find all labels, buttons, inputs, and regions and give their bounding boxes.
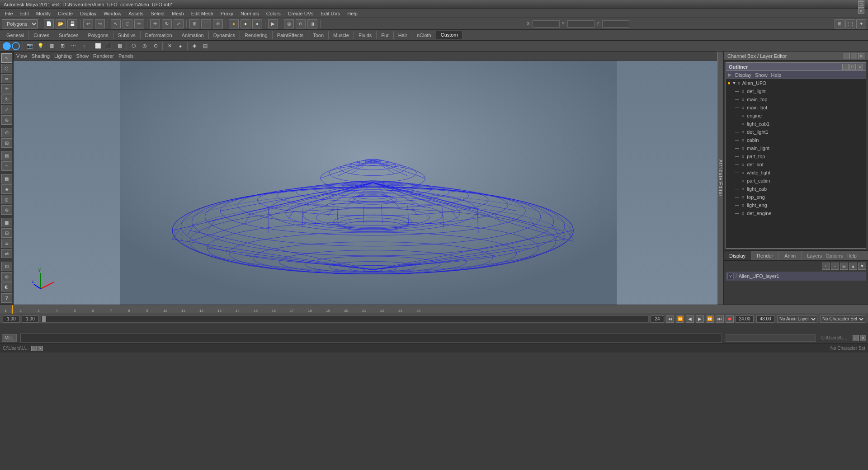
icon-shadows[interactable]: ⊙ xyxy=(151,42,160,51)
outliner-maximize[interactable]: □ xyxy=(849,64,856,70)
tab-surfaces[interactable]: Surfaces xyxy=(54,31,83,39)
icon-lights[interactable]: 💡 xyxy=(36,42,46,51)
menu-proxy[interactable]: Proxy xyxy=(217,10,236,17)
tab-fluids[interactable]: Fluids xyxy=(354,31,377,39)
anim-layer-dropdown[interactable]: No Anim Layer xyxy=(777,315,817,323)
step-forward-button[interactable]: ⏩ xyxy=(706,315,714,323)
channel-control-btn[interactable]: ≣ xyxy=(1,239,12,248)
tab-rendering[interactable]: Rendering xyxy=(240,31,273,39)
attribute-editor-tab[interactable]: Attribute Editor xyxy=(717,52,723,305)
tb-scale[interactable]: ⤢ xyxy=(174,19,184,28)
tb-undo[interactable]: ↩ xyxy=(83,19,93,28)
outliner-show-menu[interactable]: Show xyxy=(755,72,768,78)
custom-btn-2[interactable]: ⊕ xyxy=(1,272,12,282)
tab-ncloth[interactable]: nCloth xyxy=(412,31,436,39)
show-manipulator-tool[interactable]: ⊞ xyxy=(1,138,12,148)
menu-edit-mesh[interactable]: Edit Mesh xyxy=(188,10,217,17)
tb-tool3[interactable]: ◑ xyxy=(307,19,317,28)
channel-box-minimize[interactable]: _ xyxy=(844,53,850,59)
layer-item-alien-ufo-layer1[interactable]: V / Alien_UFO_layer1 xyxy=(726,272,866,281)
paint-mode-icon[interactable] xyxy=(12,42,20,50)
list-item[interactable]: —o white_light xyxy=(733,169,866,177)
mode-dropdown[interactable]: Polygons xyxy=(2,19,38,28)
rotate-tool[interactable]: ↻ xyxy=(1,94,12,104)
tab-fur[interactable]: Fur xyxy=(377,31,394,39)
outliner-item-alien-ufo[interactable]: ■ ▼ o Alien_UFO xyxy=(726,79,866,87)
layer-tab-display[interactable]: Display xyxy=(724,251,751,260)
maximize-button[interactable]: □ xyxy=(858,1,864,8)
outliner-minimize[interactable]: _ xyxy=(842,64,849,70)
tb-save[interactable]: 💾 xyxy=(67,19,77,28)
tb-open[interactable]: 📂 xyxy=(56,19,66,28)
icon-texture[interactable]: ⬡ xyxy=(129,42,139,51)
tab-muscle[interactable]: Muscle xyxy=(329,31,354,39)
viewport-menu-show[interactable]: Show xyxy=(76,53,89,59)
tab-dynamics[interactable]: Dynamics xyxy=(209,31,240,39)
menu-file[interactable]: File xyxy=(2,10,16,17)
paint-tool[interactable]: ✏ xyxy=(1,74,12,84)
visor-btn[interactable]: ◎ xyxy=(1,195,12,204)
z-field[interactable] xyxy=(602,20,629,28)
tb-right3[interactable]: ✦ xyxy=(856,19,866,28)
scrub-bar[interactable] xyxy=(41,315,649,323)
icon-points[interactable]: ⋯ xyxy=(68,42,78,51)
node-editor-btn[interactable]: ⊛ xyxy=(1,205,12,215)
lasso-tool[interactable]: ⬡ xyxy=(1,64,12,73)
tab-toon[interactable]: Toon xyxy=(308,31,329,39)
layer-options-btn[interactable]: ⊞ xyxy=(840,263,848,270)
list-item[interactable]: —o light_cab1 xyxy=(733,120,866,128)
list-item[interactable]: —o det_light xyxy=(733,87,866,95)
custom-btn-3[interactable]: ◐ xyxy=(1,282,12,292)
soft-select-tool[interactable]: ⊙ xyxy=(1,128,12,137)
status-btn-1[interactable]: □ xyxy=(853,335,859,341)
tb-light1[interactable]: ● xyxy=(229,19,239,28)
tb-render[interactable]: ▶ xyxy=(268,19,278,28)
select-mode-icon[interactable] xyxy=(3,42,11,50)
tab-hair[interactable]: Hair xyxy=(394,31,412,39)
y-field[interactable] xyxy=(567,20,594,28)
universal-tool[interactable]: ⊕ xyxy=(1,115,12,125)
layer-tab-anim[interactable]: Anim xyxy=(779,251,802,260)
viewport-menu-lighting[interactable]: Lighting xyxy=(54,53,72,59)
icon-render2[interactable]: ▦ xyxy=(47,42,57,51)
tab-deformation[interactable]: Deformation xyxy=(141,31,177,39)
tb-paint[interactable]: ✏ xyxy=(134,19,144,28)
icon-smooth[interactable]: ⬛ xyxy=(104,42,114,51)
tb-light2[interactable]: ● xyxy=(241,19,250,28)
close-button[interactable]: × xyxy=(858,8,864,14)
play-forward-button[interactable]: ▶ xyxy=(696,315,704,323)
outliner-display-menu[interactable]: Display xyxy=(735,72,751,78)
viewport-menu-view[interactable]: View xyxy=(16,53,27,59)
channel-box-close[interactable]: × xyxy=(858,53,864,59)
menu-create[interactable]: Create xyxy=(55,10,76,17)
icon-grid[interactable]: ⊞ xyxy=(57,42,67,51)
move-tool[interactable]: ✛ xyxy=(1,84,12,94)
connection-editor-btn[interactable]: ⇌ xyxy=(1,249,12,258)
list-item[interactable]: —o det_bot xyxy=(733,160,866,169)
list-item[interactable]: —o main_lignt xyxy=(733,144,866,152)
component-editor-btn[interactable]: ▩ xyxy=(1,218,12,227)
layer-menu-layers[interactable]: Layers xyxy=(807,253,822,258)
tab-painteffects[interactable]: PaintEffects xyxy=(273,31,309,39)
select-tool[interactable]: ↖ xyxy=(1,53,12,63)
menu-normals[interactable]: Normals xyxy=(237,10,262,17)
menu-edit[interactable]: Edit xyxy=(17,10,32,17)
hypershade-btn[interactable]: ◈ xyxy=(1,184,12,194)
tb-snap-point[interactable]: ⊕ xyxy=(213,19,223,28)
list-item[interactable]: —o top_eng xyxy=(733,193,866,201)
tb-tool1[interactable]: ◎ xyxy=(284,19,294,28)
outliner-close[interactable]: × xyxy=(857,64,863,70)
outliner-help-menu[interactable]: Help xyxy=(771,72,782,78)
icon-joints[interactable]: ● xyxy=(175,42,185,51)
list-item[interactable]: —o light_eng xyxy=(733,201,866,209)
menu-help[interactable]: Help xyxy=(344,10,361,17)
total-frames-2-field[interactable] xyxy=(756,315,774,323)
tb-right2[interactable]: ⋮⋮ xyxy=(845,19,855,28)
tb-rotate[interactable]: ↻ xyxy=(162,19,172,28)
x-field[interactable] xyxy=(533,20,560,28)
list-item[interactable]: —o light_cab xyxy=(733,185,866,193)
render-view-btn[interactable]: ▦ xyxy=(1,174,12,183)
custom-btn-1[interactable]: ⊡ xyxy=(1,262,12,271)
attribute-btn[interactable]: ≡ xyxy=(1,161,12,171)
list-item[interactable]: —o part_cabin xyxy=(733,177,866,185)
